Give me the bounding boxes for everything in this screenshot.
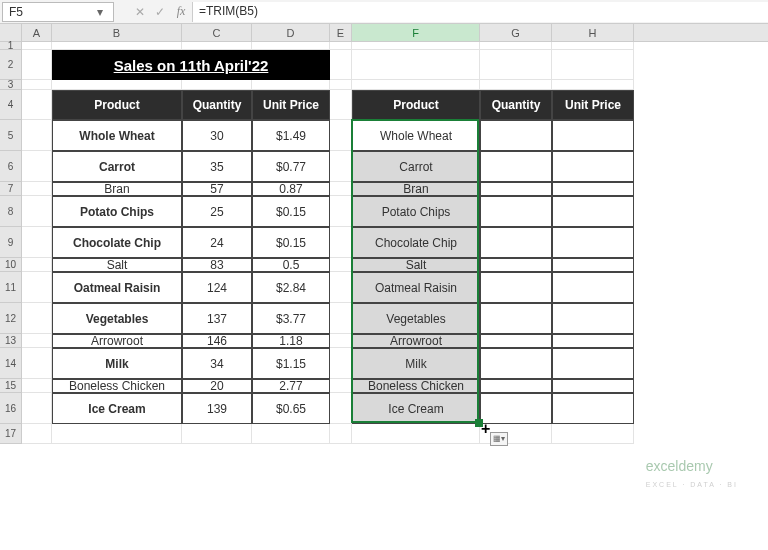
cell-G15[interactable] — [480, 379, 552, 393]
cell-E1[interactable] — [330, 42, 352, 50]
cell-A14[interactable] — [22, 348, 52, 379]
cell-product-9[interactable]: Chocolate Chip — [52, 227, 182, 258]
cell-quantity-12[interactable]: 137 — [182, 303, 252, 334]
cell-unitprice-5[interactable]: $1.49 — [252, 120, 330, 151]
row-header-12[interactable]: 12 — [0, 303, 22, 334]
row-header-8[interactable]: 8 — [0, 196, 22, 227]
row-header-2[interactable]: 2 — [0, 50, 22, 80]
cell-G6[interactable] — [480, 151, 552, 182]
cell-E11[interactable] — [330, 272, 352, 303]
row-header-13[interactable]: 13 — [0, 334, 22, 348]
cell-G10[interactable] — [480, 258, 552, 272]
cell-quantity-9[interactable]: 24 — [182, 227, 252, 258]
cell-F9[interactable]: Chocolate Chip — [352, 227, 480, 258]
col-header-B[interactable]: B — [52, 24, 182, 41]
cell-product-14[interactable]: Milk — [52, 348, 182, 379]
cell-G3[interactable] — [480, 80, 552, 90]
cell-A10[interactable] — [22, 258, 52, 272]
row-header-14[interactable]: 14 — [0, 348, 22, 379]
cell-product-16[interactable]: Ice Cream — [52, 393, 182, 424]
cell-F16[interactable]: Ice Cream — [352, 393, 480, 424]
cell-product-10[interactable]: Salt — [52, 258, 182, 272]
cell-H3[interactable] — [552, 80, 634, 90]
name-box-dropdown-icon[interactable]: ▾ — [93, 5, 107, 19]
cell-E2[interactable] — [330, 50, 352, 80]
cell-H16[interactable] — [552, 393, 634, 424]
row-header-10[interactable]: 10 — [0, 258, 22, 272]
cell-E12[interactable] — [330, 303, 352, 334]
cell-product-8[interactable]: Potato Chips — [52, 196, 182, 227]
cell-unitprice-8[interactable]: $0.15 — [252, 196, 330, 227]
cell-F10[interactable]: Salt — [352, 258, 480, 272]
cell-G1[interactable] — [480, 42, 552, 50]
cell-E10[interactable] — [330, 258, 352, 272]
autofill-options-button[interactable]: ▦▾ — [490, 432, 508, 446]
cell-unitprice-9[interactable]: $0.15 — [252, 227, 330, 258]
row-header-1[interactable]: 1 — [0, 42, 22, 50]
cell-unitprice-15[interactable]: 2.77 — [252, 379, 330, 393]
cell-F2[interactable] — [352, 50, 480, 80]
cell-quantity-13[interactable]: 146 — [182, 334, 252, 348]
col-header-A[interactable]: A — [22, 24, 52, 41]
cell-A1[interactable] — [22, 42, 52, 50]
cell-E5[interactable] — [330, 120, 352, 151]
cell-E6[interactable] — [330, 151, 352, 182]
cell-quantity-8[interactable]: 25 — [182, 196, 252, 227]
cell-quantity-10[interactable]: 83 — [182, 258, 252, 272]
cell-E3[interactable] — [330, 80, 352, 90]
cell-E14[interactable] — [330, 348, 352, 379]
row-header-5[interactable]: 5 — [0, 120, 22, 151]
cell-E8[interactable] — [330, 196, 352, 227]
cell-unitprice-10[interactable]: 0.5 — [252, 258, 330, 272]
cell-E9[interactable] — [330, 227, 352, 258]
formula-input[interactable]: =TRIM(B5) — [192, 2, 768, 22]
col-header-G[interactable]: G — [480, 24, 552, 41]
row-header-6[interactable]: 6 — [0, 151, 22, 182]
cell-G11[interactable] — [480, 272, 552, 303]
formula-cancel-icon[interactable]: ✕ — [130, 5, 150, 19]
cell-unitprice-11[interactable]: $2.84 — [252, 272, 330, 303]
cell-H2[interactable] — [552, 50, 634, 80]
cell-A8[interactable] — [22, 196, 52, 227]
cell-H11[interactable] — [552, 272, 634, 303]
cell-product-13[interactable]: Arrowroot — [52, 334, 182, 348]
cell-unitprice-13[interactable]: 1.18 — [252, 334, 330, 348]
cell-H12[interactable] — [552, 303, 634, 334]
cell-A5[interactable] — [22, 120, 52, 151]
cell-H1[interactable] — [552, 42, 634, 50]
cell-A12[interactable] — [22, 303, 52, 334]
cell-F17[interactable] — [352, 424, 480, 444]
row-header-15[interactable]: 15 — [0, 379, 22, 393]
cell-product-15[interactable]: Boneless Chicken — [52, 379, 182, 393]
cell-B17[interactable] — [52, 424, 182, 444]
cell-A17[interactable] — [22, 424, 52, 444]
cell-A4[interactable] — [22, 90, 52, 120]
row-header-9[interactable]: 9 — [0, 227, 22, 258]
cell-quantity-14[interactable]: 34 — [182, 348, 252, 379]
name-box[interactable]: F5 ▾ — [2, 2, 114, 22]
row-header-11[interactable]: 11 — [0, 272, 22, 303]
cell-A2[interactable] — [22, 50, 52, 80]
cell-H8[interactable] — [552, 196, 634, 227]
cell-E15[interactable] — [330, 379, 352, 393]
cell-H6[interactable] — [552, 151, 634, 182]
cell-D17[interactable] — [252, 424, 330, 444]
cell-F12[interactable]: Vegetables — [352, 303, 480, 334]
select-all-corner[interactable] — [0, 24, 22, 41]
formula-accept-icon[interactable]: ✓ — [150, 5, 170, 19]
cell-unitprice-6[interactable]: $0.77 — [252, 151, 330, 182]
cell-C1[interactable] — [182, 42, 252, 50]
cell-A11[interactable] — [22, 272, 52, 303]
row-header-4[interactable]: 4 — [0, 90, 22, 120]
cell-F1[interactable] — [352, 42, 480, 50]
cell-quantity-11[interactable]: 124 — [182, 272, 252, 303]
cell-A6[interactable] — [22, 151, 52, 182]
fx-icon[interactable]: fx — [170, 4, 192, 19]
cell-G5[interactable] — [480, 120, 552, 151]
cell-product-5[interactable]: Whole Wheat — [52, 120, 182, 151]
cell-D1[interactable] — [252, 42, 330, 50]
cell-quantity-5[interactable]: 30 — [182, 120, 252, 151]
cell-product-6[interactable]: Carrot — [52, 151, 182, 182]
cell-H7[interactable] — [552, 182, 634, 196]
cell-E16[interactable] — [330, 393, 352, 424]
